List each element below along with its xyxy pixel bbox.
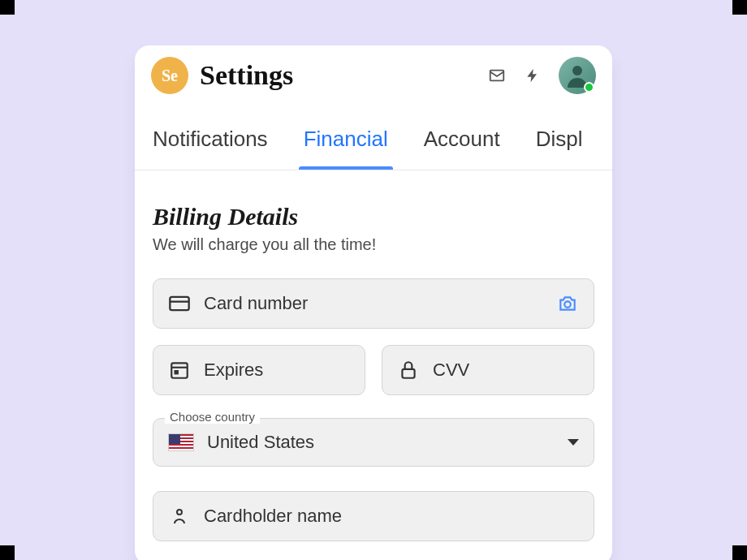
app-logo: Se — [151, 57, 188, 94]
svg-rect-2 — [170, 297, 188, 310]
expires-placeholder: Expires — [204, 360, 263, 381]
user-avatar[interactable] — [559, 57, 596, 94]
section-title: Billing Details — [153, 203, 594, 230]
svg-rect-8 — [402, 369, 414, 378]
svg-rect-7 — [175, 371, 178, 373]
lock-icon — [397, 359, 420, 381]
country-select[interactable]: Choose country United States — [153, 418, 594, 467]
section-subtitle: We will charge you all the time! — [153, 235, 594, 254]
cardholder-placeholder: Cardholder name — [204, 506, 342, 527]
card-number-field[interactable]: Card number — [153, 278, 594, 329]
bolt-icon[interactable] — [523, 66, 542, 85]
cvv-placeholder: CVV — [433, 360, 469, 381]
tab-display[interactable]: Displ — [536, 106, 583, 170]
svg-rect-5 — [171, 363, 188, 377]
camera-icon[interactable] — [556, 292, 579, 315]
country-select-label: Choose country — [165, 410, 260, 424]
person-icon — [168, 505, 191, 528]
online-status-dot — [584, 82, 594, 93]
chevron-down-icon — [568, 439, 579, 446]
calendar-icon — [168, 359, 191, 381]
settings-card: Se Settings Notifications Financial Acco… — [135, 45, 612, 560]
card-number-placeholder: Card number — [204, 293, 308, 314]
tab-notifications[interactable]: Notifications — [153, 106, 268, 170]
page-title: Settings — [200, 60, 476, 91]
card-icon — [168, 292, 191, 315]
us-flag-icon — [168, 433, 194, 451]
cvv-field[interactable]: CVV — [382, 345, 594, 395]
mail-icon[interactable] — [487, 66, 507, 85]
tabs-nav: Notifications Financial Account Displ — [135, 106, 612, 170]
expires-field[interactable]: Expires — [153, 345, 365, 395]
header-actions — [487, 57, 596, 94]
cardholder-name-field[interactable]: Cardholder name — [153, 491, 594, 541]
country-value: United States — [207, 432, 314, 453]
svg-point-4 — [564, 301, 571, 308]
tab-financial[interactable]: Financial — [304, 106, 388, 170]
tab-account[interactable]: Account — [424, 106, 500, 170]
svg-point-9 — [177, 510, 182, 515]
svg-point-1 — [572, 66, 582, 75]
app-header: Se Settings — [135, 45, 612, 106]
billing-section: Billing Details We will charge you all t… — [135, 170, 612, 560]
